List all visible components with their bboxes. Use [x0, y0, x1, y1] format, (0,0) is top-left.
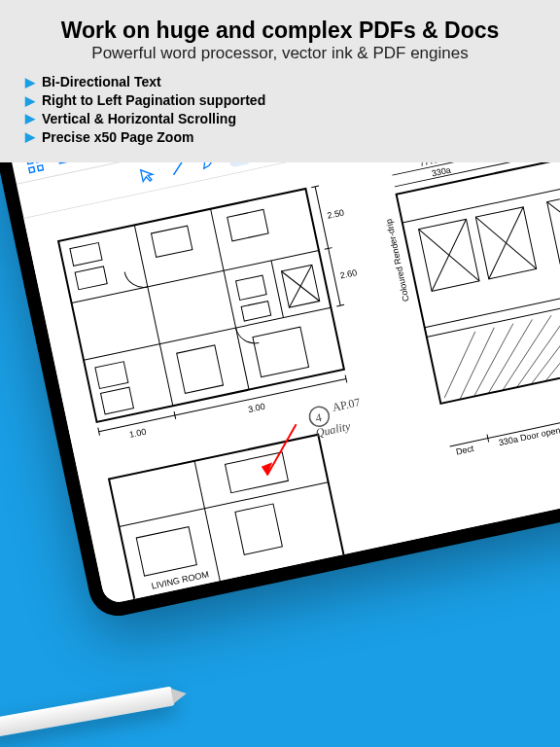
floor-plan-left [58, 189, 344, 422]
svg-rect-34 [241, 302, 271, 321]
floor-plan-lower: LIVING ROOM [109, 435, 346, 605]
svg-rect-33 [236, 275, 267, 300]
feature-list: ▶Bi-Directional Text ▶Right to Left Pagi… [19, 73, 541, 147]
svg-rect-40 [177, 345, 224, 393]
svg-rect-39 [101, 387, 134, 414]
svg-text:Coloured Render-drip: Coloured Render-drip [384, 218, 411, 302]
svg-line-37 [282, 265, 320, 307]
feature-item: ▶Vertical & Horizontal Scrolling [25, 110, 541, 128]
svg-line-24 [72, 251, 319, 303]
svg-line-16 [171, 160, 185, 174]
svg-text:3.00: 3.00 [247, 402, 265, 414]
svg-rect-29 [70, 242, 102, 266]
svg-text:4: 4 [314, 410, 323, 425]
svg-rect-100 [109, 435, 346, 605]
triangle-icon: ▶ [25, 110, 35, 127]
svg-text:Dect: Dect [455, 444, 475, 457]
feature-item: ▶Bi-Directional Text [25, 73, 541, 91]
svg-line-75 [475, 319, 545, 393]
svg-text:330a Door open: 330a Door open [498, 425, 560, 447]
triangle-icon: ▶ [25, 92, 35, 110]
svg-text:330a: 330a [431, 165, 452, 179]
svg-rect-56 [397, 135, 560, 403]
svg-rect-106 [235, 504, 282, 554]
svg-rect-38 [95, 362, 128, 389]
svg-rect-105 [226, 452, 289, 493]
svg-line-58 [425, 268, 560, 327]
svg-line-73 [446, 328, 507, 400]
feature-item: ▶Precise x50 Page Zoom [25, 128, 541, 147]
svg-rect-5 [29, 166, 35, 172]
feature-item: ▶Right to Left Pagination supported [25, 91, 541, 110]
svg-line-78 [518, 307, 560, 384]
svg-line-76 [489, 315, 560, 390]
svg-text:1.00: 1.00 [128, 427, 147, 440]
triangle-icon: ▶ [25, 74, 35, 91]
svg-line-57 [402, 164, 560, 223]
svg-rect-6 [37, 164, 43, 170]
svg-line-28 [271, 261, 283, 318]
svg-line-72 [433, 332, 487, 398]
svg-line-26 [134, 225, 173, 406]
svg-line-65 [475, 207, 536, 279]
marketing-subtitle: Powerful word processor, vector ink & PD… [19, 44, 541, 63]
svg-line-25 [84, 307, 331, 360]
svg-rect-66 [547, 191, 560, 264]
svg-text:2.50: 2.50 [327, 207, 345, 220]
svg-rect-32 [228, 209, 268, 240]
svg-rect-31 [151, 226, 192, 257]
pointer-tool[interactable] [135, 161, 160, 187]
marketing-title: Work on huge and complex PDFs & Docs [19, 18, 541, 44]
svg-line-74 [461, 324, 526, 397]
svg-rect-41 [253, 327, 309, 376]
svg-text:2.60: 2.60 [339, 267, 358, 280]
svg-line-79 [532, 303, 560, 381]
svg-text:AP.07: AP.07 [331, 395, 361, 414]
svg-line-62 [419, 219, 479, 291]
marketing-panel: Work on huge and complex PDFs & Docs Pow… [0, 0, 560, 162]
svg-line-101 [119, 482, 328, 527]
triangle-icon: ▶ [25, 128, 35, 146]
svg-rect-103 [136, 527, 196, 577]
svg-line-46 [329, 248, 340, 305]
svg-rect-30 [75, 267, 107, 290]
svg-line-59 [427, 278, 560, 337]
